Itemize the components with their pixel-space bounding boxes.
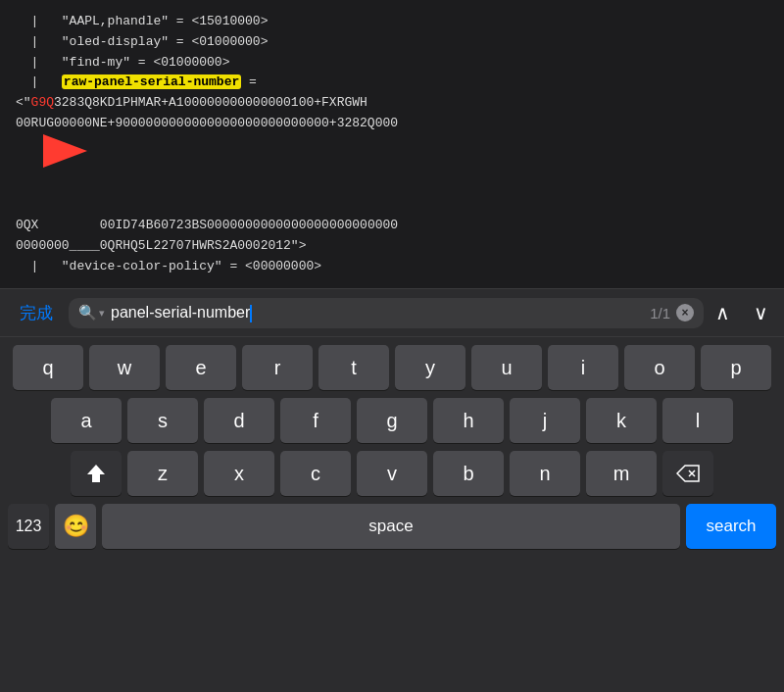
key-l[interactable]: l bbox=[662, 398, 733, 443]
key-z[interactable]: z bbox=[127, 451, 198, 496]
code-line-4: | raw-panel-serial-number = bbox=[16, 73, 768, 93]
keyboard-bottom-row: 123 😊 space search bbox=[4, 504, 780, 549]
keyboard-row-3: z x c v b n m bbox=[4, 451, 780, 496]
search-bar: 完成 🔍 ▾ panel-serial-number 1/1 × ∧ ∨ bbox=[0, 288, 784, 337]
nav-arrows: ∧ ∨ bbox=[711, 297, 772, 328]
key-f[interactable]: f bbox=[280, 398, 351, 443]
search-input-wrapper[interactable]: 🔍 ▾ panel-serial-number 1/1 × bbox=[69, 298, 704, 328]
shift-key[interactable] bbox=[71, 451, 122, 496]
code-display: | "AAPL,phandle" = <15010000> | "oled-di… bbox=[0, 0, 784, 288]
key-n[interactable]: n bbox=[510, 451, 580, 496]
key-i[interactable]: i bbox=[548, 345, 618, 390]
key-b[interactable]: b bbox=[433, 451, 504, 496]
numbers-key[interactable]: 123 bbox=[8, 504, 49, 549]
red-arrow-icon bbox=[38, 129, 92, 173]
key-w[interactable]: w bbox=[89, 345, 160, 390]
keyboard-row-1: q w e r t y u i o p bbox=[4, 345, 780, 390]
key-m[interactable]: m bbox=[586, 451, 657, 496]
next-match-button[interactable]: ∨ bbox=[750, 297, 772, 328]
red-value: G9Q bbox=[31, 95, 54, 110]
code-line-2: | "oled-display" = <01000000> bbox=[16, 32, 768, 53]
highlighted-term: raw-panel-serial-number bbox=[62, 74, 241, 89]
key-x[interactable]: x bbox=[204, 451, 274, 496]
search-input-value: panel-serial-number bbox=[111, 304, 250, 321]
shift-icon bbox=[85, 463, 107, 484]
svg-marker-0 bbox=[43, 134, 87, 168]
key-s[interactable]: s bbox=[127, 398, 198, 443]
key-c[interactable]: c bbox=[280, 451, 351, 496]
backspace-key[interactable] bbox=[662, 451, 713, 496]
key-k[interactable]: k bbox=[586, 398, 657, 443]
keyboard: q w e r t y u i o p a s d f g h j k l z … bbox=[0, 337, 784, 692]
key-p[interactable]: p bbox=[701, 345, 771, 390]
key-e[interactable]: e bbox=[166, 345, 236, 390]
search-icon-wrapper: 🔍 ▾ bbox=[78, 304, 105, 321]
chevron-down-icon: ▾ bbox=[99, 307, 105, 320]
key-h[interactable]: h bbox=[433, 398, 504, 443]
key-r[interactable]: r bbox=[242, 345, 313, 390]
key-u[interactable]: u bbox=[471, 345, 542, 390]
done-button[interactable]: 完成 bbox=[12, 298, 61, 328]
key-a[interactable]: a bbox=[51, 398, 122, 443]
prev-match-button[interactable]: ∧ bbox=[711, 297, 734, 328]
key-g[interactable]: g bbox=[357, 398, 427, 443]
svg-marker-1 bbox=[87, 465, 105, 482]
key-v[interactable]: v bbox=[357, 451, 427, 496]
space-key[interactable]: space bbox=[102, 504, 680, 549]
code-line-1: | "AAPL,phandle" = <15010000> bbox=[16, 12, 768, 32]
search-input[interactable]: panel-serial-number bbox=[111, 304, 640, 322]
clear-button[interactable]: × bbox=[676, 304, 694, 321]
search-icon: 🔍 bbox=[78, 304, 97, 321]
key-t[interactable]: t bbox=[318, 345, 389, 390]
key-q[interactable]: q bbox=[13, 345, 83, 390]
key-o[interactable]: o bbox=[624, 345, 695, 390]
key-y[interactable]: y bbox=[395, 345, 466, 390]
keyboard-row-2: a s d f g h j k l bbox=[4, 398, 780, 443]
text-cursor bbox=[250, 305, 252, 322]
match-count: 1/1 bbox=[650, 305, 670, 321]
code-line-5: <"G9Q3283Q8KD1PHMAR+A100000000000000100+… bbox=[16, 93, 768, 256]
code-line-3: | "find-my" = <01000000> bbox=[16, 53, 768, 74]
key-d[interactable]: d bbox=[204, 398, 274, 443]
search-key[interactable]: search bbox=[686, 504, 776, 549]
emoji-key[interactable]: 😊 bbox=[55, 504, 96, 549]
key-j[interactable]: j bbox=[510, 398, 580, 443]
backspace-icon bbox=[676, 465, 700, 482]
code-line-6: | "device-color-policy" = <00000000> bbox=[16, 257, 768, 277]
